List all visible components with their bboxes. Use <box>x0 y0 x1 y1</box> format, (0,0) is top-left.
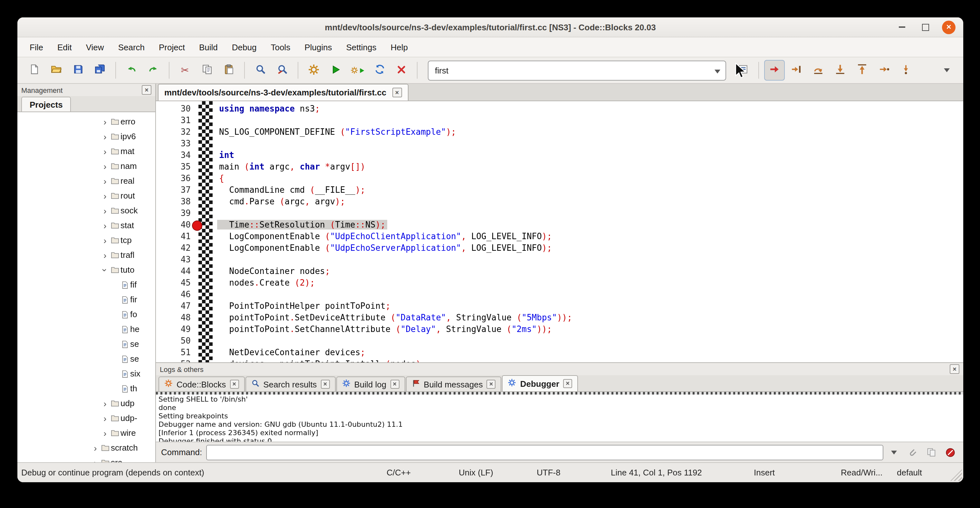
line-number[interactable]: 30 <box>156 103 191 115</box>
chevron-right-icon[interactable]: › <box>100 206 110 215</box>
step-into-instruction-button[interactable] <box>896 60 916 81</box>
close-log-tab-button[interactable] <box>390 380 399 389</box>
breakpoint-marker[interactable] <box>192 220 202 231</box>
code-line-45[interactable]: 45 nodes.Create (2); <box>156 277 963 289</box>
tree-item-se[interactable]: se <box>18 336 155 351</box>
abort-build-button[interactable] <box>391 60 412 81</box>
menu-search[interactable]: Search <box>111 40 152 54</box>
tree-item-erro[interactable]: ›erro <box>18 114 155 129</box>
resize-grip[interactable] <box>950 469 962 481</box>
tree-item-fo[interactable]: fo <box>18 307 155 322</box>
run-to-cursor-button[interactable] <box>786 60 807 81</box>
code-line-43[interactable]: 43 <box>156 254 963 266</box>
menu-build[interactable]: Build <box>192 40 225 54</box>
copy-button[interactable] <box>197 60 217 81</box>
line-number[interactable]: 34 <box>156 150 191 161</box>
close-logs-button[interactable] <box>950 364 959 374</box>
menu-file[interactable]: File <box>22 40 50 54</box>
chevron-right-icon[interactable]: › <box>100 399 110 408</box>
redo-button[interactable] <box>143 60 164 81</box>
code-line-47[interactable]: 47 PointToPointHelper pointToPoint; <box>156 300 963 312</box>
chevron-right-icon[interactable]: › <box>100 428 110 437</box>
paste-button[interactable] <box>218 60 239 81</box>
line-number[interactable]: 45 <box>156 277 191 289</box>
line-number[interactable]: 35 <box>156 161 191 173</box>
chevron-right-icon[interactable]: › <box>100 414 110 423</box>
code-line-33[interactable]: 33 <box>156 138 963 150</box>
menu-view[interactable]: View <box>79 40 111 54</box>
line-number[interactable]: 47 <box>156 300 191 312</box>
code-line-38[interactable]: 38 cmd.Parse (argc, argv); <box>156 196 963 208</box>
tab-projects[interactable]: Projects <box>21 97 71 111</box>
tree-item-tcp[interactable]: ›tcp <box>18 233 155 248</box>
chevron-right-icon[interactable]: › <box>100 221 110 230</box>
line-number[interactable]: 36 <box>156 173 191 185</box>
tree-item-udp[interactable]: ›udp <box>18 396 155 411</box>
menu-edit[interactable]: Edit <box>50 40 79 54</box>
close-log-tab-button[interactable] <box>563 379 572 388</box>
chevron-down-icon[interactable] <box>714 65 720 75</box>
find-button[interactable] <box>250 60 270 81</box>
cut-button[interactable]: ✂ <box>175 60 195 81</box>
log-tab-search-results[interactable]: Search results <box>245 376 336 391</box>
tree-item-stat[interactable]: ›stat <box>18 218 155 233</box>
tree-item-six[interactable]: six <box>18 366 155 381</box>
code-line-34[interactable]: 34int <box>156 150 963 161</box>
close-log-tab-button[interactable] <box>321 380 329 389</box>
build-and-run-button[interactable] <box>347 60 368 81</box>
copy-log-button[interactable] <box>923 444 939 460</box>
chevron-right-icon[interactable]: › <box>100 147 110 156</box>
tree-item-rout[interactable]: ›rout <box>18 188 155 203</box>
line-number[interactable]: 32 <box>156 126 191 138</box>
line-number[interactable]: 50 <box>156 335 191 347</box>
minimize-button[interactable] <box>896 21 908 33</box>
replace-button[interactable] <box>272 60 293 81</box>
search-input[interactable] <box>434 65 714 76</box>
chevron-right-icon[interactable]: › <box>100 236 110 245</box>
code-line-40[interactable]: 40 Time::SetResolution (Time::NS); <box>156 219 963 231</box>
menu-settings[interactable]: Settings <box>339 40 383 54</box>
rebuild-button[interactable] <box>369 60 390 81</box>
code-line-46[interactable]: 46 <box>156 289 963 300</box>
titlebar[interactable]: mnt/dev/tools/source/ns-3-dev/examples/t… <box>18 18 963 37</box>
debug-continue-button[interactable] <box>764 60 785 81</box>
menu-help[interactable]: Help <box>383 40 415 54</box>
chevron-right-icon[interactable]: › <box>91 443 100 452</box>
undo-button[interactable] <box>121 60 142 81</box>
code-line-37[interactable]: 37 CommandLine cmd (__FILE__); <box>156 185 963 196</box>
tree-item-he[interactable]: he <box>18 322 155 336</box>
log-tab-debugger[interactable]: Debugger <box>502 375 578 391</box>
line-number[interactable]: 41 <box>156 231 191 242</box>
close-window-button[interactable] <box>942 20 956 34</box>
attach-icon[interactable] <box>904 444 920 460</box>
code-line-49[interactable]: 49 pointToPoint.SetChannelAttribute ("De… <box>156 323 963 335</box>
chevron-right-icon[interactable]: › <box>100 176 110 185</box>
code-line-48[interactable]: 48 pointToPoint.SetDeviceAttribute ("Dat… <box>156 312 963 323</box>
close-log-tab-button[interactable] <box>487 380 496 389</box>
tree-item-fir[interactable]: fir <box>18 292 155 307</box>
line-number[interactable]: 33 <box>156 138 191 150</box>
save-button[interactable] <box>68 60 88 81</box>
line-number[interactable]: 51 <box>156 347 191 358</box>
code-area[interactable]: 30using namespace ns3;3132NS_LOG_COMPONE… <box>156 101 963 362</box>
tree-item-mat[interactable]: ›mat <box>18 144 155 159</box>
code-line-44[interactable]: 44 NodeContainer nodes; <box>156 266 963 277</box>
stop-debugger-button[interactable] <box>943 444 958 460</box>
chevron-right-icon[interactable]: › <box>100 117 110 126</box>
chevron-right-icon[interactable]: › <box>100 132 110 141</box>
maximize-button[interactable] <box>919 21 932 33</box>
run-button[interactable] <box>325 60 346 81</box>
chevron-right-icon[interactable]: › <box>100 191 110 200</box>
close-log-tab-button[interactable] <box>230 380 239 389</box>
tree-item-wire[interactable]: ›wire <box>18 425 155 440</box>
line-number[interactable]: 43 <box>156 254 191 266</box>
save-all-button[interactable] <box>89 60 110 81</box>
code-line-41[interactable]: 41 LogComponentEnable ("UdpEchoClientApp… <box>156 231 963 242</box>
menu-debug[interactable]: Debug <box>225 40 264 54</box>
tree-item-se[interactable]: se <box>18 351 155 366</box>
search-combo[interactable] <box>428 60 726 80</box>
chevron-down-icon[interactable]: › <box>100 265 110 274</box>
code-line-31[interactable]: 31 <box>156 115 963 126</box>
step-into-button[interactable] <box>830 60 851 81</box>
tree-item-scratch[interactable]: ›scratch <box>18 440 155 455</box>
